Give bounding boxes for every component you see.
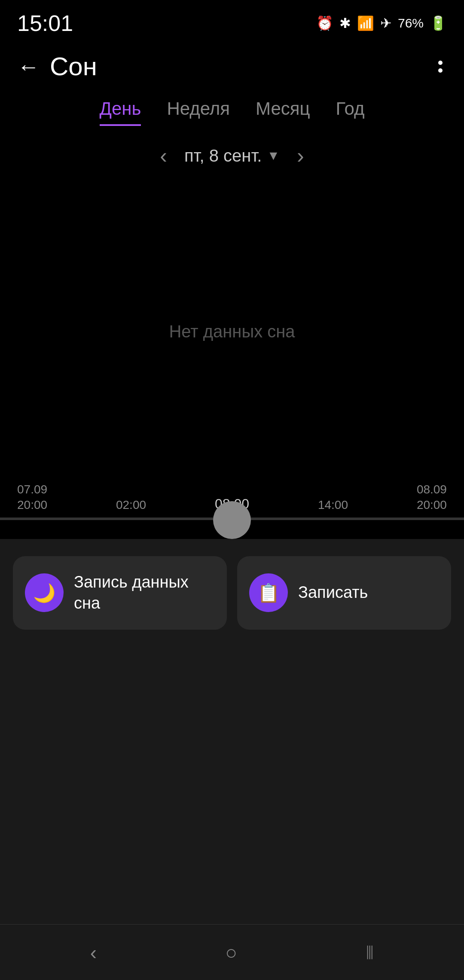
record-label: Записать <box>298 582 368 603</box>
tab-month[interactable]: Месяц <box>256 98 310 126</box>
date-navigator: ‹ пт, 8 сент. ▼ › <box>0 130 464 181</box>
status-time: 15:01 <box>17 10 73 36</box>
nav-bar: ‹ ○ ⦀ <box>0 924 464 980</box>
more-dot-2 <box>438 68 443 73</box>
nav-recent-button[interactable]: ⦀ <box>366 940 374 964</box>
battery-icon: 🔋 <box>430 15 447 31</box>
more-dot-1 <box>438 61 443 65</box>
date-label[interactable]: пт, 8 сент. ▼ <box>184 146 280 165</box>
timeline-thumb[interactable] <box>213 501 251 539</box>
more-button[interactable] <box>434 56 447 77</box>
back-button[interactable]: ← <box>17 55 40 78</box>
record-sleep-button[interactable]: 🌙 Запись данных сна <box>13 556 227 630</box>
no-data-label: Нет данных сна <box>169 322 295 341</box>
record-sleep-label: Запись данных сна <box>74 572 215 614</box>
bluetooth-icon: ✱ <box>339 15 351 31</box>
record-button[interactable]: 📋 Записать <box>237 556 451 630</box>
timeline: 07.09 20:00 02:00 08:00 14:00 08.09 20:0… <box>0 482 464 539</box>
toolbar-left: ← Сон <box>17 52 97 81</box>
battery-percent: 76% <box>398 16 424 31</box>
tab-week[interactable]: Неделя <box>167 98 230 126</box>
timeline-thumb-container <box>0 501 464 539</box>
alarm-icon: ⏰ <box>316 15 333 31</box>
next-date-button[interactable]: › <box>297 143 304 168</box>
record-icon: 📋 <box>249 573 288 612</box>
date-chevron-icon: ▼ <box>267 148 280 163</box>
chart-area: Нет данных сна <box>0 181 464 482</box>
nav-home-button[interactable]: ○ <box>225 941 237 964</box>
prev-date-button[interactable]: ‹ <box>160 143 167 168</box>
tabs-container: День Неделя Месяц Год <box>0 90 464 130</box>
status-icons: ⏰ ✱ 📶 ✈ 76% 🔋 <box>316 15 447 31</box>
page-title: Сон <box>50 52 97 81</box>
action-area: 🌙 Запись данных сна 📋 Записать <box>0 539 464 651</box>
sleep-icon: 🌙 <box>25 573 64 612</box>
airplane-icon: ✈ <box>380 15 392 31</box>
tab-day[interactable]: День <box>100 98 141 126</box>
status-bar: 15:01 ⏰ ✱ 📶 ✈ 76% 🔋 <box>0 0 464 39</box>
lower-area <box>0 651 464 924</box>
tab-year[interactable]: Год <box>336 98 365 126</box>
wifi-icon: 📶 <box>357 15 374 31</box>
toolbar: ← Сон <box>0 39 464 90</box>
nav-back-button[interactable]: ‹ <box>90 941 97 964</box>
